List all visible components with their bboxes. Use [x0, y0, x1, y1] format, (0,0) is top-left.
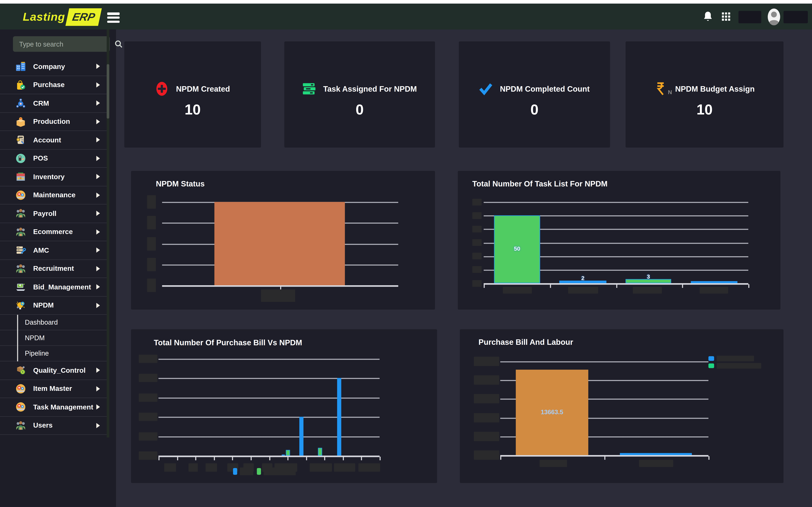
sidebar-subitem-pipeline[interactable]: Pipeline [0, 346, 107, 361]
gridline [159, 417, 380, 418]
sidebar-item-crm[interactable]: CRM [0, 94, 107, 113]
legend-label-redacted [717, 356, 754, 361]
crm-icon [15, 98, 26, 108]
sidebar-item-recruitment[interactable]: Recruitment [0, 260, 107, 278]
company-icon [15, 61, 26, 72]
y-tick-label-redacted [139, 374, 157, 382]
sidebar-item-quality-control[interactable]: Quality_Control [0, 361, 107, 380]
y-tick-label-redacted [139, 354, 157, 363]
stat-value: 0 [284, 102, 435, 118]
sidebar-item-ecommerce[interactable]: Ecommerce [0, 223, 107, 241]
y-tick-label-redacted [474, 413, 499, 422]
chart-task-list: Total Number Of Task List For NPDM 5023 [458, 171, 780, 309]
gridline [484, 202, 748, 203]
x-axis-tick [380, 457, 381, 460]
navbar-placeholder-box [783, 11, 808, 23]
x-axis-tick [324, 457, 325, 460]
stat-value: 10 [626, 102, 783, 118]
chevron-right-icon [96, 174, 100, 179]
x-axis-tick [550, 284, 551, 288]
y-tick-label-redacted [472, 280, 482, 287]
search-box [13, 36, 110, 52]
chevron-right-icon [96, 404, 100, 410]
x-axis-tick [708, 456, 709, 460]
sidebar-item-production[interactable]: Production [0, 113, 107, 131]
y-tick-label-redacted [474, 432, 499, 441]
sidebar-item-amc[interactable]: AMC [0, 241, 107, 260]
x-tick-label-redacted [310, 463, 332, 471]
stat-label: NPDM Created [176, 84, 230, 93]
y-tick-label-redacted [139, 413, 157, 421]
sidebar-item-label: Payroll [33, 210, 57, 217]
sidebar-item-purchase[interactable]: Purchase [0, 76, 107, 94]
sidebar-item-label: Recruitment [33, 265, 74, 273]
legend-swatch[interactable] [233, 468, 237, 475]
legend-label-redacted [717, 363, 761, 369]
chart-title: Total Number Of Purchase Bill Vs NPDM [154, 338, 302, 347]
sidebar-item-inventory[interactable]: Inventory [0, 168, 107, 186]
sidebar-item-task-management[interactable]: Task Management [0, 398, 107, 416]
bar-data-label: 3 [626, 274, 671, 280]
sidebar-item-company[interactable]: Company [0, 57, 107, 76]
sidebar-item-payroll[interactable]: Payroll [0, 205, 107, 223]
y-tick-label-redacted [472, 253, 482, 260]
x-axis-tick [159, 457, 160, 460]
x-axis-tick [361, 457, 362, 460]
quality-control-icon [15, 365, 26, 376]
apps-grid-icon[interactable] [722, 12, 730, 21]
sidebar-scrollbar[interactable] [107, 30, 109, 437]
stat-card-npdm-budget: NNPDM Budget Assign 10 [626, 42, 783, 148]
legend-label-redacted [264, 467, 296, 475]
sidebar-item-pos[interactable]: POS [0, 149, 107, 168]
sidebar-subitem-dashboard[interactable]: Dashboard [0, 315, 107, 330]
brand-logo[interactable]: Lasting ERP [23, 8, 100, 26]
legend-swatch[interactable] [708, 363, 714, 368]
chevron-right-icon [96, 156, 100, 161]
gridline [159, 436, 380, 437]
item-master-icon [15, 384, 26, 394]
x-axis-tick [214, 457, 215, 460]
x-axis-tick [484, 284, 485, 288]
sidebar-item-account[interactable]: Account [0, 131, 107, 150]
brand-erp-text: ERP [71, 11, 96, 23]
hamburger-menu-icon[interactable] [107, 12, 120, 23]
x-axis-tick [269, 457, 270, 460]
sidebar-subitem-npdm[interactable]: NPDM [0, 330, 107, 346]
y-tick-label-redacted [139, 432, 157, 441]
y-tick-label-redacted [474, 357, 499, 366]
sidebar-item-maintenance[interactable]: Maintenance [0, 186, 107, 205]
submenu-indent-line [17, 315, 18, 361]
bar [318, 448, 322, 456]
x-tick-label-redacted [359, 463, 380, 471]
sidebar-item-label: Purchase [33, 81, 65, 89]
sidebar-item-bid-management[interactable]: Bid_Management [0, 278, 107, 296]
sidebar-item-item-master[interactable]: Item Master [0, 380, 107, 398]
bar [282, 454, 285, 455]
legend-swatch[interactable] [257, 468, 261, 475]
search-input[interactable] [13, 40, 114, 48]
y-tick-label-redacted [472, 199, 482, 206]
brand-erp-badge: ERP [65, 8, 102, 26]
top-strip [0, 0, 812, 4]
user-avatar[interactable] [767, 8, 780, 25]
x-axis-tick [251, 457, 252, 460]
chart-npdm-status: NPDM Status [131, 171, 435, 309]
x-axis-tick [682, 284, 683, 288]
x-axis-tick [343, 457, 344, 460]
sidebar-item-label: POS [33, 155, 48, 162]
sidebar-item-npdm[interactable]: NPDM [0, 296, 107, 315]
y-tick-label-redacted [472, 266, 482, 273]
inventory-icon [15, 172, 26, 182]
chevron-right-icon [96, 247, 100, 253]
bar [214, 202, 345, 285]
bell-icon[interactable] [703, 11, 713, 22]
legend-swatch[interactable] [708, 356, 714, 361]
sidebar-item-users[interactable]: Users [0, 416, 107, 435]
sidebar-item-label: Maintenance [33, 191, 75, 199]
navbar-placeholder-box [739, 11, 761, 23]
y-tick-label-redacted [472, 226, 482, 232]
sidebar-scrollbar-thumb[interactable] [107, 64, 109, 119]
stat-value: 0 [459, 102, 610, 118]
sidebar-subitem-label: Dashboard [25, 318, 58, 326]
recruitment-icon [15, 263, 26, 274]
